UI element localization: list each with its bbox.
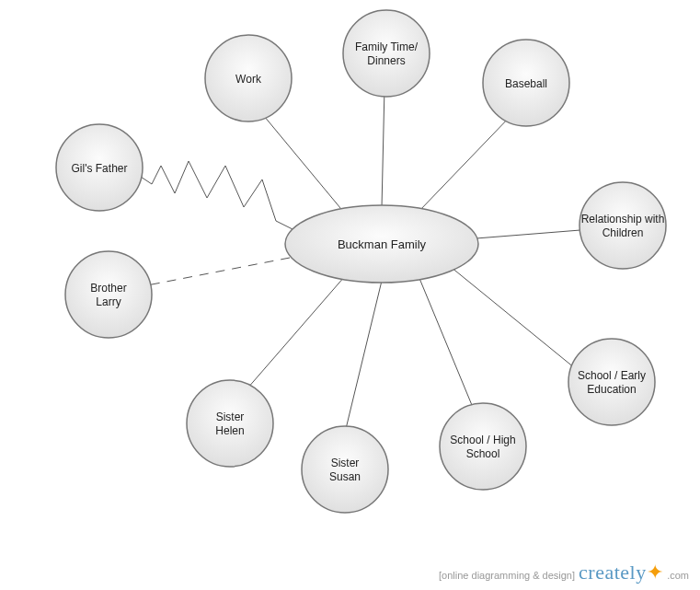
edge-sister-helen (241, 276, 345, 396)
node-sister-susan-line1: Sister (331, 457, 360, 469)
svg-point-9 (302, 426, 388, 513)
node-relationship: Relationship with Children (580, 182, 666, 269)
node-family-time-line2: Dinners (367, 54, 405, 67)
edge-work (259, 110, 350, 219)
center-label: Buckman Family (338, 237, 427, 251)
node-gils-father: Gil's Father (56, 124, 143, 211)
node-sister-helen: Sister Helen (187, 380, 273, 467)
edge-family-time (382, 87, 384, 207)
node-brother-larry-line1: Brother (90, 282, 126, 295)
node-school-high: School / High School (440, 403, 526, 490)
edge-baseball (419, 114, 512, 212)
edge-school-high (419, 276, 474, 410)
edge-school-early (451, 267, 575, 368)
node-baseball-label: Baseball (505, 77, 547, 90)
node-relationship-line2: Children (602, 226, 644, 239)
node-work: Work (205, 35, 292, 121)
node-sister-susan: Sister Susan (302, 426, 388, 513)
diagram-canvas: Buckman Family Work Family Time/ Dinners… (0, 0, 700, 590)
footer-tld: .com (667, 570, 689, 581)
svg-point-10 (440, 403, 526, 490)
node-school-early-line2: Education (587, 383, 636, 396)
spark-icon: ✦ (647, 561, 664, 584)
node-brother-larry-line2: Larry (96, 295, 120, 308)
node-family-time: Family Time/ Dinners (343, 10, 430, 97)
svg-point-6 (65, 251, 152, 338)
node-school-high-line2: School (466, 447, 500, 460)
node-gils-father-label: Gil's Father (72, 162, 128, 175)
node-school-high-line1: School / High (450, 434, 515, 446)
node-baseball: Baseball (483, 40, 569, 126)
node-brother-larry: Brother Larry (65, 251, 152, 338)
node-sister-susan-line2: Susan (329, 470, 361, 483)
node-school-early-line1: School / Early (578, 369, 646, 382)
svg-point-8 (187, 380, 273, 467)
edge-relationship (465, 230, 580, 239)
node-family-time-line1: Family Time/ (355, 40, 419, 53)
edge-gils-father (138, 161, 294, 230)
center-node: Buckman Family (285, 205, 478, 283)
node-sister-helen-line1: Sister (216, 411, 245, 423)
node-work-label: Work (235, 73, 262, 86)
node-school-early: School / Early Education (568, 339, 655, 425)
footer-tag: [online diagramming & design] (439, 570, 575, 581)
footer: [online diagramming & design] creately✦ … (439, 561, 689, 584)
footer-brand-text: creately (579, 561, 647, 584)
svg-point-2 (343, 10, 430, 97)
edge-sister-susan (345, 281, 382, 433)
node-relationship-line1: Relationship with (581, 213, 665, 226)
edge-brother-larry (147, 258, 290, 285)
node-sister-helen-line2: Helen (215, 424, 244, 437)
footer-brand: creately✦ (579, 561, 663, 584)
svg-point-5 (580, 182, 666, 269)
svg-point-7 (568, 339, 655, 425)
